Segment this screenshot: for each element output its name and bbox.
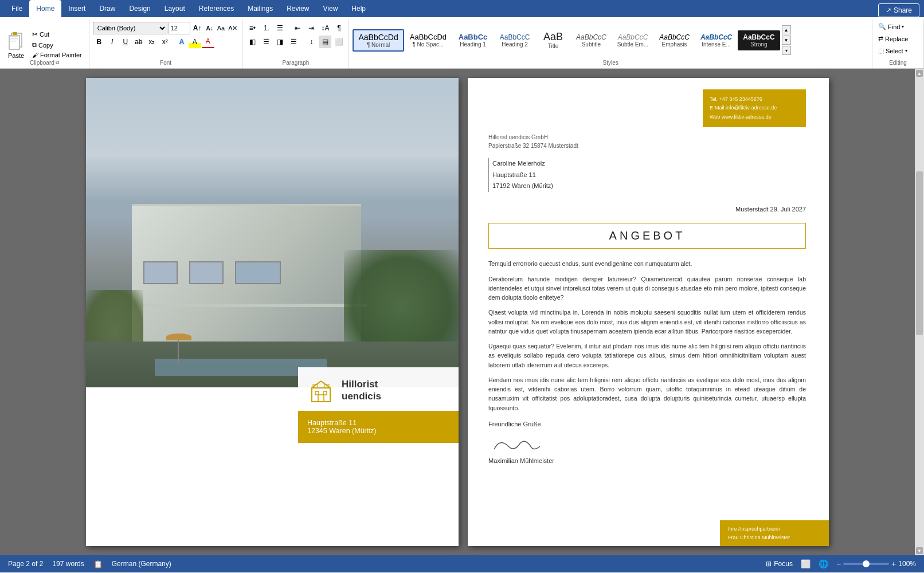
svg-rect-5 [10,41,16,42]
zoom-thumb[interactable] [863,560,870,567]
multilevel-button[interactable]: ☰ [273,22,286,34]
status-bar: Page 2 of 2 197 words 📋 German (Germany)… [0,555,924,572]
tab-references[interactable]: References [192,0,241,17]
styles-scroll-up[interactable]: ▲ [782,25,791,34]
align-left-button[interactable]: ◧ [246,36,259,48]
tab-mailings[interactable]: Mailings [241,0,280,17]
share-icon: ↗ [886,6,891,14]
shading-button[interactable]: ▤ [319,36,331,48]
style-intense-emphasis[interactable]: AaBbCcC Intense E... [695,30,737,50]
tab-view[interactable]: View [316,0,345,17]
bold-button[interactable]: B [93,36,105,48]
format-painter-button[interactable]: 🖌 Format Painter [30,50,84,60]
zoom-level: 100% [898,560,916,568]
zoom-out-button[interactable]: − [836,559,841,568]
cut-button[interactable]: ✂ Cut [30,29,84,40]
print-layout-button[interactable]: ⬜ [801,559,811,568]
company-logo-icon [307,376,335,404]
scroll-up-button[interactable]: ▲ [916,70,923,77]
justify-button[interactable]: ☰ [287,36,300,48]
editing-group-label: Editing [889,60,907,66]
date-line: Musterstadt 29. Juli 2027 [488,206,806,213]
font-grow-button[interactable]: A↑ [191,23,203,33]
strikethrough-button[interactable]: ab [132,36,145,48]
font-family-select[interactable]: Calibri (Body) [93,22,167,34]
angebot-box: ANGEBOT [488,223,806,249]
replace-button[interactable]: ⇄ Replace [876,34,910,44]
tab-file[interactable]: File [5,0,29,17]
numbering-button[interactable]: 1. [260,22,272,34]
change-case-button[interactable]: Aa [216,23,226,33]
style-heading1[interactable]: AaBbCc Heading 1 [452,30,494,50]
find-button[interactable]: 🔍 Find ▾ [876,22,906,32]
body-para3: Qiaest volupta vid minctinulpa in. Loren… [488,308,806,336]
page-left: Hillorist uendicis Hauptstraße 11 12345 … [86,78,459,546]
bullets-button[interactable]: ≡• [246,22,259,34]
focus-button[interactable]: ⊞ Focus [766,560,793,568]
font-color-button[interactable]: A [202,36,214,48]
superscript-button[interactable]: x² [159,36,171,48]
clipboard-expand-icon[interactable]: ⧉ [56,60,59,66]
scroll-thumb[interactable] [916,171,923,335]
tab-layout[interactable]: Layout [158,0,192,17]
vertical-scrollbar[interactable]: ▲ ▼ [915,69,924,555]
word-count: 197 words [52,560,84,568]
sender-company: Hillorist uendicis GmbH [488,134,806,140]
font-size-input[interactable] [169,22,190,34]
paste-icon [7,31,25,52]
style-emphasis[interactable]: AaBbCcC Emphasis [654,30,695,50]
address-line1: Hauptstraße 11 [307,419,449,427]
scroll-down-button[interactable]: ▼ [916,547,923,554]
focus-icon: ⊞ [766,560,772,568]
styles-group: AaBbCcDd ¶ Normal AaBbCcDd ¶ No Spac... … [349,19,872,68]
zoom-in-button[interactable]: + [891,559,896,568]
font-group-label: Font [160,60,171,66]
select-icon: ⬚ [878,47,884,54]
tab-design[interactable]: Design [122,0,157,17]
styles-scroll-down[interactable]: ▼ [782,36,791,45]
web-view-button[interactable]: 🌐 [819,559,828,568]
select-button[interactable]: ⬚ Select ▾ [876,46,910,56]
text-highlight-button[interactable]: A [189,36,201,48]
page-right: Tel. +47 345 23445676 E-Mail info@fiktiv… [468,78,829,546]
tab-review[interactable]: Review [280,0,316,17]
style-strong[interactable]: AaBbCcC Strong [738,30,780,50]
style-subtitle[interactable]: AaBbCcC Subtitle [571,30,612,50]
line-spacing-button[interactable]: ↕ [305,36,318,48]
style-normal[interactable]: AaBbCcDd ¶ Normal [353,29,404,52]
borders-button[interactable]: ⬜ [332,36,345,48]
angebot-title: ANGEBOT [609,229,686,242]
header-phone: Tel. +47 345 23445676 [710,95,799,104]
style-title[interactable]: AaB Title [536,28,570,52]
sort-button[interactable]: ↕A [319,22,331,34]
document-view: Hillorist uendicis Hauptstraße 11 12345 … [0,69,915,555]
zoom-slider[interactable] [843,563,889,565]
subscript-button[interactable]: x₂ [146,36,158,48]
find-dropdown-icon: ▾ [902,24,904,29]
copy-button[interactable]: ⧉ Copy [30,40,84,50]
tab-help[interactable]: Help [344,0,373,17]
font-shrink-button[interactable]: A↓ [204,25,214,32]
style-no-spacing[interactable]: AaBbCcDd ¶ No Spac... [405,30,452,50]
tab-insert[interactable]: Insert [61,0,92,17]
align-center-button[interactable]: ☰ [260,36,272,48]
show-hide-button[interactable]: ¶ [332,22,345,34]
styles-more[interactable]: ▾ [782,46,791,55]
company-name-1: Hillorist [342,378,381,391]
align-right-button[interactable]: ◨ [273,36,286,48]
italic-button[interactable]: I [106,36,119,48]
font-group: Calibri (Body) A↑ A↓ Aa A✕ B I U ab x₂ x… [89,19,243,68]
style-heading2[interactable]: AaBbCcC Heading 2 [494,30,535,50]
increase-indent-button[interactable]: ⇥ [305,22,318,34]
house-image [86,78,459,387]
underline-button[interactable]: U [119,36,132,48]
text-effect-button[interactable]: A [175,36,188,48]
closing: Freundliche Grüße [488,421,806,427]
share-button[interactable]: ↗ Share [878,3,919,17]
style-subtle-emphasis[interactable]: AaBbCcC Subtle Em... [612,30,653,50]
tab-draw[interactable]: Draw [92,0,122,17]
tab-home[interactable]: Home [29,0,61,17]
clear-format-button[interactable]: A✕ [227,23,238,33]
svg-rect-2 [13,32,17,35]
decrease-indent-button[interactable]: ⇤ [291,22,304,34]
